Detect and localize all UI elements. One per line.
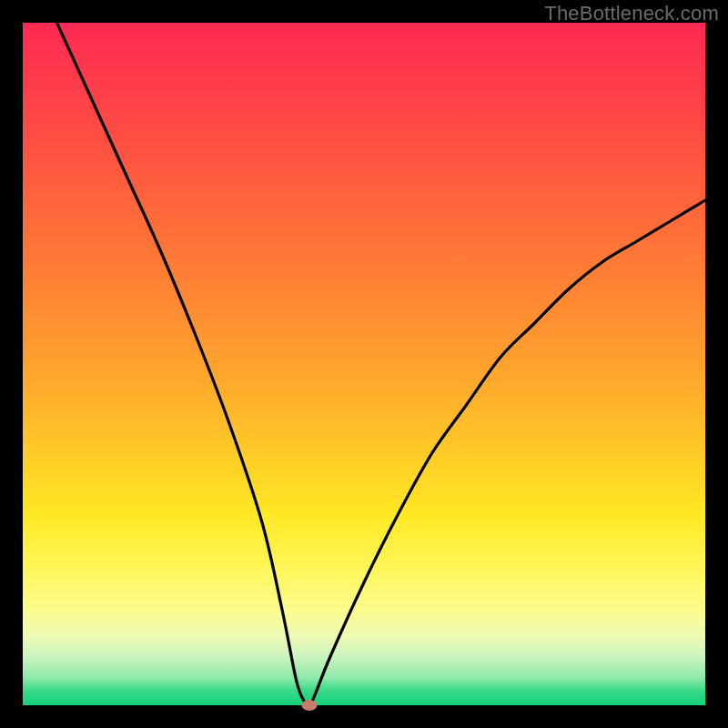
chart-frame: TheBottleneck.com — [0, 0, 728, 728]
bottleneck-curve — [57, 23, 706, 705]
plot-area — [23, 23, 705, 705]
curve-svg — [23, 23, 705, 705]
minimum-marker — [302, 700, 318, 711]
watermark-text: TheBottleneck.com — [544, 2, 719, 25]
